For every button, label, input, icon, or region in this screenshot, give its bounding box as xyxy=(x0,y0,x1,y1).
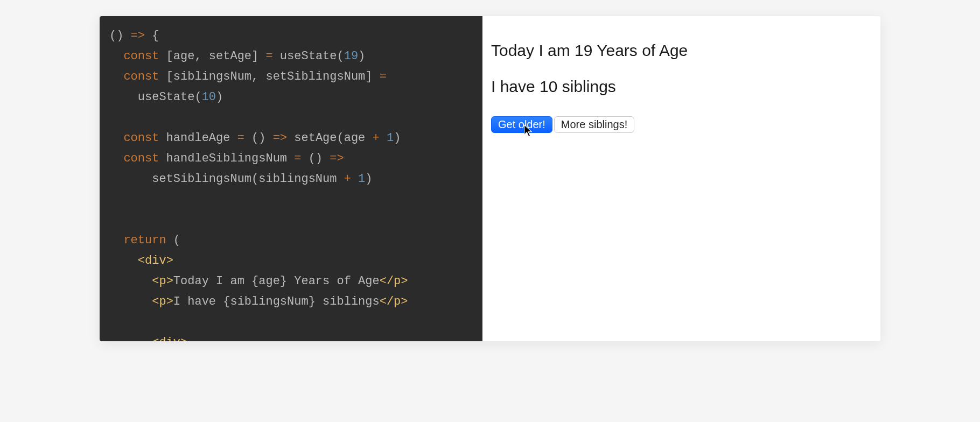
code-token xyxy=(109,295,152,308)
code-token: ) xyxy=(358,50,365,63)
code-token: ( xyxy=(166,234,180,247)
code-token: { xyxy=(145,29,159,43)
code-token: < xyxy=(152,275,159,288)
code-token: < xyxy=(152,295,159,308)
code-token xyxy=(109,234,123,247)
code-token: handleAge xyxy=(159,131,237,145)
code-token: setSiblingsNum(siblingsNum xyxy=(109,172,344,186)
code-token: > xyxy=(180,336,187,341)
code-token: ) xyxy=(394,131,401,145)
code-token: div xyxy=(145,254,166,268)
code-token: < xyxy=(152,336,159,341)
code-token xyxy=(109,193,116,206)
code-token: = xyxy=(265,50,272,63)
code-token: > xyxy=(166,275,173,288)
get-older-button[interactable]: Get older! xyxy=(491,116,552,133)
code-token: p xyxy=(159,295,166,308)
code-token: + xyxy=(373,131,380,145)
code-token xyxy=(109,254,138,268)
code-token: </ xyxy=(380,295,394,308)
code-token: useState( xyxy=(273,50,344,63)
preview-panel: Today I am 19 Years of Age I have 10 sib… xyxy=(482,16,880,341)
code-token: </ xyxy=(380,275,394,288)
code-token xyxy=(109,152,123,165)
code-token: 19 xyxy=(344,50,358,63)
code-token: const xyxy=(123,152,159,165)
code-token: = xyxy=(294,152,301,165)
button-row: Get older! More siblings! xyxy=(491,116,872,133)
code-token: p xyxy=(394,295,401,308)
code-token: const xyxy=(123,50,159,63)
code-token: => xyxy=(330,152,344,165)
code-token: setAge(age xyxy=(287,131,372,145)
code-token xyxy=(109,315,116,329)
code-token: I have {siblingsNum} siblings xyxy=(173,295,380,308)
code-token xyxy=(109,336,152,341)
code-token xyxy=(109,275,152,288)
code-token: () xyxy=(109,29,131,43)
code-token: => xyxy=(131,29,145,43)
code-token: 1 xyxy=(387,131,394,145)
code-token: = xyxy=(237,131,244,145)
code-token: > xyxy=(401,295,408,308)
code-token: p xyxy=(159,275,166,288)
code-token: = xyxy=(380,70,387,83)
code-editor-panel[interactable]: () => { const [age, setAge] = useState(1… xyxy=(100,16,482,341)
code-token: () xyxy=(301,152,330,165)
code-token: p xyxy=(394,275,401,288)
code-token: => xyxy=(273,131,287,145)
code-token: return xyxy=(123,234,166,247)
code-token: + xyxy=(344,172,351,186)
code-token xyxy=(109,213,116,227)
code-token: Today I am {age} Years of Age xyxy=(173,275,380,288)
code-token: > xyxy=(166,254,173,268)
siblings-text: I have 10 siblings xyxy=(491,76,872,97)
code-token xyxy=(380,131,387,145)
code-token: div xyxy=(159,336,180,341)
code-token xyxy=(109,50,123,63)
code-token xyxy=(109,131,123,145)
code-token xyxy=(109,70,123,83)
code-token: const xyxy=(123,131,159,145)
code-token: < xyxy=(138,254,145,268)
code-token: ) xyxy=(365,172,372,186)
code-token: [siblingsNum, setSiblingsNum] xyxy=(159,70,379,83)
age-text: Today I am 19 Years of Age xyxy=(491,40,872,61)
code-token: [age, setAge] xyxy=(159,50,265,63)
code-content: () => { const [age, setAge] = useState(1… xyxy=(109,26,473,341)
code-token: 10 xyxy=(202,90,216,104)
code-token: handleSiblingsNum xyxy=(159,152,294,165)
code-token: 1 xyxy=(358,172,365,186)
code-token: () xyxy=(244,131,273,145)
code-token: const xyxy=(123,70,159,83)
code-token: > xyxy=(166,295,173,308)
more-siblings-button[interactable]: More siblings! xyxy=(554,116,634,133)
code-token xyxy=(351,172,358,186)
code-token xyxy=(109,111,116,124)
code-token: useState( xyxy=(109,90,202,104)
code-token: ) xyxy=(216,90,223,104)
playground-container: () => { const [age, setAge] = useState(1… xyxy=(100,16,880,341)
code-token: > xyxy=(401,275,408,288)
